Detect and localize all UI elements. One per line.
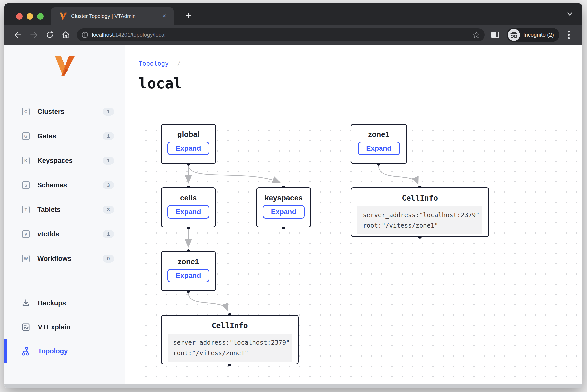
sidebar-item-workflows[interactable]: W Workflows 0 xyxy=(4,252,125,265)
node-zone1-bottom[interactable]: zone1 Expand xyxy=(161,251,216,291)
sidebar-item-backups[interactable]: Backups xyxy=(4,297,125,310)
node-keyspaces[interactable]: keyspaces Expand xyxy=(256,188,311,228)
sidebar-item-vtctlds[interactable]: V vtctlds 1 xyxy=(4,228,125,241)
expand-button-cells[interactable]: Expand xyxy=(168,205,210,219)
incognito-profile-chip[interactable]: Incognito (2) xyxy=(507,28,560,42)
back-button[interactable] xyxy=(11,28,25,42)
tab-search-chevron-icon[interactable] xyxy=(566,11,574,17)
gates-letter-icon: G xyxy=(22,132,30,140)
sidebar-item-label: Keyspaces xyxy=(38,157,103,165)
new-tab-button[interactable]: + xyxy=(181,8,196,24)
sidebar: C Clusters 1 G Gates 1 K Keyspaces 1 S S… xyxy=(4,45,126,384)
close-tab-icon[interactable]: × xyxy=(160,12,169,20)
sidebar-item-label: Schemas xyxy=(38,182,103,189)
vitess-favicon-icon xyxy=(60,12,67,20)
zoom-window-button[interactable] xyxy=(37,13,44,20)
browser-tab[interactable]: Cluster Topology | VTAdmin × xyxy=(51,8,174,25)
sidebar-item-label: Topology xyxy=(38,348,68,355)
sidebar-item-label: Tablets xyxy=(38,206,103,214)
tab-title: Cluster Topology | VTAdmin xyxy=(71,13,160,19)
incognito-label: Incognito (2) xyxy=(524,32,554,38)
minimize-window-button[interactable] xyxy=(27,13,33,20)
site-info-icon[interactable] xyxy=(82,32,88,38)
node-title: zone1 xyxy=(352,130,406,139)
sidebar-item-label: VTExplain xyxy=(38,324,71,331)
node-global[interactable]: global Expand xyxy=(161,124,216,164)
vtctlds-letter-icon: V xyxy=(22,230,30,238)
sidebar-item-label: Clusters xyxy=(38,108,103,116)
sidebar-item-schemas[interactable]: S Schemas 3 xyxy=(4,179,125,192)
breadcrumb-topology-link[interactable]: Topology xyxy=(139,60,169,67)
edge-zone1-cellinfo xyxy=(188,293,228,310)
sidebar-item-label: Workflows xyxy=(38,255,103,263)
sidebar-nav: C Clusters 1 G Gates 1 K Keyspaces 1 S S… xyxy=(4,105,125,265)
page-title: local xyxy=(139,75,182,92)
tablets-letter-icon: T xyxy=(22,206,30,214)
sidebar-item-topology[interactable]: Topology xyxy=(4,345,125,358)
edge-zone1top-cellinfo xyxy=(379,166,418,184)
forward-button[interactable] xyxy=(27,28,41,42)
url-path: :14201/topology/local xyxy=(114,32,166,38)
code-line: root:"/vitess/zone1" xyxy=(363,222,438,229)
url-host: localhost xyxy=(92,32,114,38)
cellinfo-code: server_address:"localhost:2379" root:"/v… xyxy=(168,334,292,362)
node-title: cells xyxy=(162,194,215,202)
code-line: root:"/vitess/zone1" xyxy=(173,350,248,357)
sidebar-item-gates[interactable]: G Gates 1 xyxy=(4,130,125,143)
expand-button-zone1-top[interactable]: Expand xyxy=(358,142,400,155)
sidebar-item-label: Backups xyxy=(38,300,66,307)
expand-button-global[interactable]: Expand xyxy=(168,142,210,155)
download-icon xyxy=(21,298,31,308)
node-cells[interactable]: cells Expand xyxy=(161,188,216,228)
expand-button-keyspaces[interactable]: Expand xyxy=(263,205,305,219)
browser-menu-button[interactable] xyxy=(562,28,576,42)
sidebar-item-clusters[interactable]: C Clusters 1 xyxy=(4,105,125,118)
active-item-indicator xyxy=(4,339,7,363)
main-content: Topology / local xyxy=(126,45,582,384)
count-badge: 1 xyxy=(103,108,114,116)
count-badge: 3 xyxy=(103,206,114,214)
node-title: keyspaces xyxy=(257,194,310,202)
url-text[interactable]: localhost:14201/topology/local xyxy=(92,32,473,38)
browser-window: Cluster Topology | VTAdmin × + localho xyxy=(4,4,582,388)
count-badge: 1 xyxy=(103,157,114,165)
node-title: zone1 xyxy=(162,258,215,266)
count-badge: 1 xyxy=(103,230,114,238)
node-title: global xyxy=(162,130,215,139)
window-bottom-edge xyxy=(4,384,582,388)
sidebar-tools: Backups VTExplain Topology xyxy=(4,297,125,358)
node-title: CellInfo xyxy=(162,321,298,330)
sidebar-item-vtexplain[interactable]: VTExplain xyxy=(4,321,125,334)
edge-global-keyspaces xyxy=(188,166,280,182)
workflows-letter-icon: W xyxy=(22,255,30,262)
reload-button[interactable] xyxy=(43,28,57,42)
tab-bar: Cluster Topology | VTAdmin × + xyxy=(4,4,582,25)
topology-canvas[interactable]: global Expand zone1 Expand cells Expand … xyxy=(139,122,579,384)
close-window-button[interactable] xyxy=(16,13,23,20)
count-badge: 1 xyxy=(103,132,114,140)
code-line: server_address:"localhost:2379" xyxy=(363,212,480,219)
side-panel-button[interactable] xyxy=(488,28,502,42)
document-check-icon xyxy=(21,322,31,332)
traffic-lights xyxy=(16,13,44,20)
count-badge: 3 xyxy=(103,181,114,189)
sidebar-divider xyxy=(18,281,113,281)
node-title: CellInfo xyxy=(352,194,488,202)
vitess-logo xyxy=(54,56,76,76)
code-line: server_address:"localhost:2379" xyxy=(173,339,290,346)
sidebar-item-keyspaces[interactable]: K Keyspaces 1 xyxy=(4,154,125,167)
sidebar-item-tablets[interactable]: T Tablets 3 xyxy=(4,203,125,216)
sidebar-item-label: Gates xyxy=(38,132,103,140)
breadcrumb-separator: / xyxy=(177,60,181,67)
home-button[interactable] xyxy=(59,28,73,42)
cellinfo-code: server_address:"localhost:2379" root:"/v… xyxy=(358,206,482,234)
count-badge: 0 xyxy=(103,255,114,263)
node-zone1-top[interactable]: zone1 Expand xyxy=(351,124,407,164)
expand-button-zone1-bottom[interactable]: Expand xyxy=(168,269,210,282)
address-bar[interactable]: localhost:14201/topology/local xyxy=(77,28,485,42)
browser-toolbar: localhost:14201/topology/local Incognito… xyxy=(4,25,582,45)
bookmark-star-icon[interactable] xyxy=(473,31,480,39)
node-cellinfo-right[interactable]: CellInfo server_address:"localhost:2379"… xyxy=(351,188,489,237)
topology-icon xyxy=(21,346,31,356)
node-cellinfo-bottom[interactable]: CellInfo server_address:"localhost:2379"… xyxy=(161,315,299,364)
